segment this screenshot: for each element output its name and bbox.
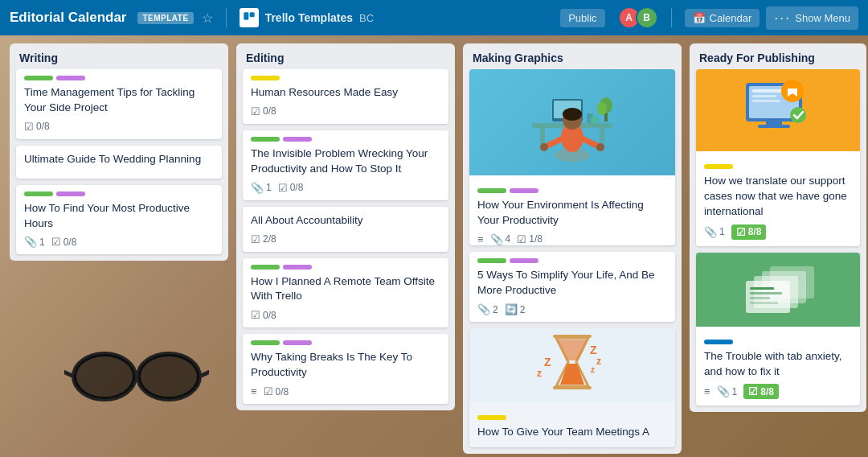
board-members: A B	[618, 6, 658, 29]
column-making-graphics-title: Making Graphics	[463, 43, 682, 69]
card-title: How Your Environment Is Affecting Your P…	[477, 198, 667, 228]
repeat-icon: 🔄	[505, 303, 518, 315]
card-labels	[477, 415, 667, 420]
svg-rect-7	[244, 12, 248, 19]
checklist-meta: ☑ 0/8	[51, 236, 77, 248]
header-divider	[226, 8, 227, 27]
card-meta: ☑ 0/8	[251, 105, 440, 117]
label-yellow	[477, 415, 506, 420]
checklist-icon: ☑	[736, 226, 746, 238]
attachment-icon: 📎	[490, 233, 503, 245]
checklist-meta: ☑ 1/8	[517, 233, 542, 245]
label-purple	[283, 340, 312, 345]
attachment-icon: 📎	[477, 303, 490, 315]
card-title: How To Give Your Team Meetings A	[477, 425, 667, 440]
checklist-icon: ☑	[251, 105, 260, 117]
attachment-meta: 📎 1	[717, 385, 738, 397]
checklist-icon: ☑	[251, 233, 260, 245]
menu-icon: ≡	[704, 385, 710, 397]
card-image-support	[696, 69, 860, 151]
column-ready-title: Ready For Publishing	[690, 43, 866, 69]
menu-meta: ≡	[477, 233, 484, 245]
card-meta: ☑ 2/8	[251, 233, 440, 245]
column-editing-title: Editing	[236, 43, 455, 69]
svg-rect-40	[752, 95, 776, 97]
card-content: How To Give Your Team Meetings A	[469, 409, 675, 447]
checklist-badge-green: ☑ 8/8	[731, 224, 767, 240]
card-team-meetings[interactable]: Z z z Z z How To Give Your Team Meetings…	[469, 328, 675, 447]
card-accountability[interactable]: All About Accountability ☑ 2/8	[243, 207, 448, 252]
calendar-btn-label: Calendar	[710, 12, 752, 24]
svg-rect-39	[752, 89, 784, 93]
card-taking-breaks[interactable]: Why Taking Breaks Is The Key To Producti…	[243, 334, 448, 404]
column-ready-for-publishing: Ready For Publishing	[690, 43, 866, 412]
show-menu-button[interactable]: ··· Show Menu	[766, 6, 858, 30]
column-making-graphics: Making Graphics	[463, 43, 682, 454]
show-menu-label: Show Menu	[795, 12, 850, 24]
svg-point-22	[596, 143, 604, 151]
svg-text:z: z	[591, 365, 595, 374]
svg-point-45	[790, 107, 806, 123]
svg-point-15	[591, 116, 599, 124]
calendar-button[interactable]: 📅 Calendar	[685, 9, 760, 27]
calendar-icon: 📅	[693, 12, 706, 24]
label-purple	[56, 191, 85, 196]
card-labels	[251, 340, 440, 345]
trello-logo	[240, 8, 259, 27]
card-content: How Your Environment Is Affecting Your P…	[469, 182, 675, 245]
attachment-icon: 📎	[251, 182, 264, 194]
card-labels	[477, 258, 667, 263]
card-environment-productivity[interactable]: How Your Environment Is Affecting Your P…	[469, 69, 675, 245]
star-button[interactable]: ☆	[202, 10, 213, 26]
svg-point-23	[563, 108, 582, 121]
card-human-resources[interactable]: Human Resources Made Easy ☑ 0/8	[243, 69, 448, 124]
card-title: How I Planned A Remote Team Offsite With…	[251, 274, 440, 305]
label-purple	[283, 265, 312, 270]
card-title: The Invisible Problem Wrecking Your Prod…	[251, 146, 440, 177]
card-meta: ≡ 📎 1 ☑ 8/8	[704, 384, 852, 399]
label-green	[477, 188, 506, 193]
card-invisible-problem[interactable]: The Invisible Problem Wrecking Your Prod…	[243, 130, 448, 200]
menu-meta: ≡	[704, 385, 710, 397]
card-image-hourglass: Z z z Z z	[469, 328, 675, 402]
label-purple	[56, 76, 85, 80]
menu-icon: ≡	[251, 385, 257, 397]
svg-rect-8	[249, 12, 254, 17]
card-title: How To Find Your Most Productive Hours	[24, 201, 214, 232]
card-labels	[477, 188, 667, 193]
column-writing-body: Time Management Tips for Tackling Your S…	[10, 69, 228, 261]
card-remote-offsite[interactable]: How I Planned A Remote Team Offsite With…	[243, 258, 448, 328]
card-productive-hours[interactable]: How To Find Your Most Productive Hours 📎…	[16, 185, 222, 255]
checklist-badge-green: ☑ 8/8	[743, 384, 779, 399]
label-purple	[283, 137, 312, 142]
card-title: How we translate our support cases now t…	[704, 174, 852, 220]
avatar-2[interactable]: B	[636, 6, 658, 29]
card-title: Why Taking Breaks Is The Key To Producti…	[251, 350, 440, 381]
card-tab-anxiety[interactable]: The Trouble with tab anxiety, and how to…	[696, 253, 860, 406]
card-support-cases[interactable]: How we translate our support cases now t…	[696, 69, 860, 246]
card-title: Time Management Tips for Tackling Your S…	[24, 85, 214, 116]
card-wedding-planning[interactable]: Ultimate Guide To Wedding Planning	[16, 146, 222, 179]
svg-rect-53	[750, 302, 778, 304]
card-labels	[704, 164, 852, 169]
checklist-meta: ☑ 0/8	[24, 121, 50, 133]
card-image-productivity	[469, 69, 675, 175]
checklist-icon: ☑	[517, 233, 526, 245]
card-time-management[interactable]: Time Management Tips for Tackling Your S…	[16, 69, 222, 139]
card-simplify-life[interactable]: 5 Ways To Simplify Your Life, And Be Mor…	[469, 252, 675, 322]
attachment-meta: 📎 2	[477, 303, 498, 315]
svg-rect-50	[750, 287, 774, 290]
svg-rect-41	[752, 100, 780, 102]
card-meta: ☑ 0/8	[251, 309, 440, 321]
card-meta: 📎 1 ☑ 0/8	[251, 182, 440, 194]
checklist-meta: ☑ 0/8	[278, 182, 304, 194]
checklist-icon: ☑	[51, 236, 61, 248]
card-meta: 📎 2 🔄 2	[477, 303, 667, 315]
workspace-name[interactable]: Trello Templates	[265, 11, 353, 24]
visibility-button[interactable]: Public	[560, 9, 604, 27]
checklist-meta: ☑ 0/8	[251, 105, 276, 117]
dots-icon: ···	[774, 10, 791, 27]
workspace-code: BC	[359, 12, 374, 24]
card-content: How we translate our support cases now t…	[696, 158, 860, 246]
svg-text:Z: Z	[544, 356, 551, 368]
